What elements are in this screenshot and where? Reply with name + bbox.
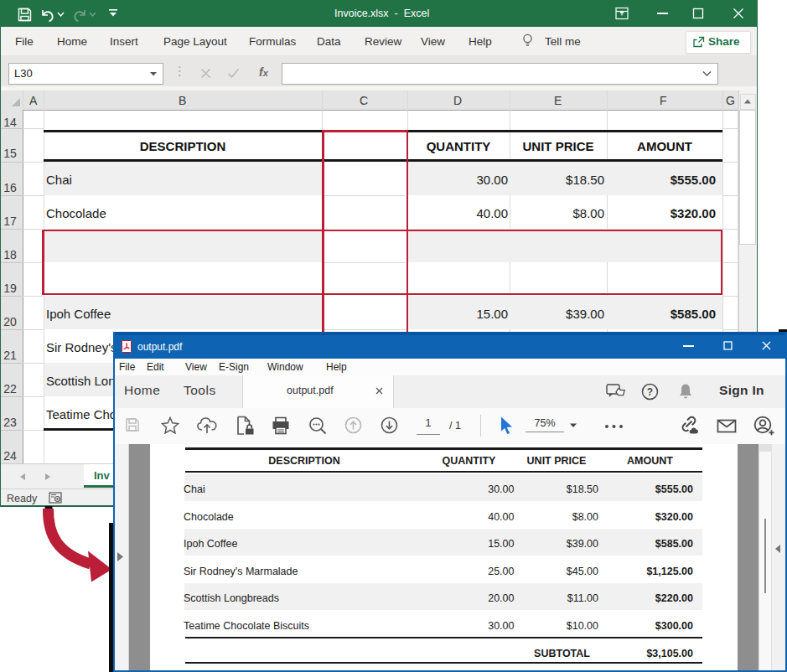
svg-text:?: ? (647, 386, 653, 398)
